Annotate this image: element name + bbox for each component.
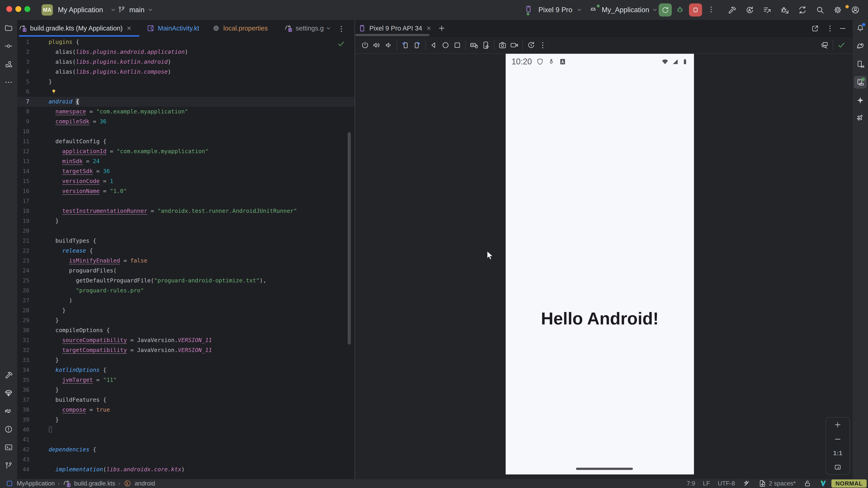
device-selector[interactable]: Pixel 9 Pro bbox=[538, 0, 572, 20]
panel-more-button[interactable] bbox=[826, 24, 834, 33]
nav-back-button[interactable] bbox=[428, 39, 440, 51]
code-line-12[interactable]: 12 applicationId = "com.example.myapplic… bbox=[17, 147, 354, 156]
keyboard-button[interactable] bbox=[468, 39, 480, 51]
vim-mode-badge[interactable]: NORMAL bbox=[831, 480, 867, 488]
tool-stripe-plane[interactable] bbox=[854, 112, 867, 125]
code-line-18[interactable]: 18 testInstrumentationRunner = "androidx… bbox=[17, 206, 354, 216]
code-line-1[interactable]: 1plugins { bbox=[17, 37, 354, 47]
gesture-navigation-bar[interactable] bbox=[576, 468, 633, 470]
breadcrumb-item[interactable]: android bbox=[135, 480, 155, 487]
code-line-17[interactable]: 17 bbox=[17, 196, 354, 206]
code-line-33[interactable]: 33 } bbox=[17, 355, 354, 365]
code-line-29[interactable]: 29 } bbox=[17, 315, 354, 325]
build-hammer-icon[interactable] bbox=[727, 5, 737, 14]
settings-gear-icon[interactable] bbox=[833, 5, 842, 14]
tool-stripe-bell[interactable] bbox=[854, 22, 867, 34]
camera-button[interactable] bbox=[497, 39, 508, 51]
zoom-window-button[interactable] bbox=[24, 6, 30, 12]
code-line-9[interactable]: 9 compileSdk = 36 bbox=[17, 117, 354, 127]
tab-local-properties[interactable]: local.properties bbox=[212, 20, 268, 37]
minimize-window-button[interactable] bbox=[16, 6, 21, 12]
code-line-5[interactable]: 5} bbox=[17, 77, 354, 87]
line-separator-widget[interactable]: LF bbox=[703, 480, 710, 487]
code-line-44[interactable]: 44 implementation(libs.androidx.core.ktx… bbox=[17, 464, 354, 475]
tab-settings-gradle[interactable]: settings.g bbox=[284, 20, 324, 37]
tool-stripe-running-devices[interactable] bbox=[854, 76, 867, 89]
attach-debugger-icon[interactable] bbox=[780, 5, 789, 14]
code-line-6[interactable]: 6 bbox=[17, 87, 354, 97]
stop-button[interactable] bbox=[689, 3, 702, 17]
tool-stripe-git-branch[interactable] bbox=[2, 459, 15, 472]
tool-stripe-terminal[interactable] bbox=[2, 441, 15, 454]
code-line-41[interactable]: 41 bbox=[17, 435, 354, 445]
code-line-24[interactable]: 24 proguardFiles( bbox=[17, 266, 354, 275]
code-line-20[interactable]: 20 bbox=[17, 226, 354, 236]
code-line-36[interactable]: 36 } bbox=[17, 385, 354, 395]
new-tab-button[interactable] bbox=[438, 24, 446, 32]
hide-panel-button[interactable] bbox=[839, 24, 847, 33]
code-line-8[interactable]: 8 namespace = "com.example.myapplication… bbox=[17, 107, 354, 117]
rotate-left-button[interactable] bbox=[399, 39, 411, 51]
power-button[interactable] bbox=[359, 39, 371, 51]
encoding-widget[interactable]: UTF-8 bbox=[718, 480, 735, 487]
code-line-38[interactable]: 38 compose = true bbox=[17, 405, 354, 415]
rerun-button[interactable] bbox=[659, 3, 672, 17]
breadcrumb-item[interactable]: MyApplication bbox=[17, 480, 55, 487]
run-configuration[interactable]: My_Application bbox=[602, 0, 649, 20]
more-v-button[interactable] bbox=[537, 39, 549, 51]
code-line-7[interactable]: 7android { bbox=[17, 97, 354, 107]
tab-build-gradle[interactable]: build.gradle.kts (My Application) bbox=[19, 20, 132, 37]
code-line-30[interactable]: 30 compileOptions { bbox=[17, 325, 354, 335]
tool-stripe-gradle[interactable] bbox=[854, 40, 867, 53]
volume-down-button[interactable] bbox=[383, 39, 395, 51]
code-line-14[interactable]: 14 targetSdk = 36 bbox=[17, 166, 354, 176]
code-line-37[interactable]: 37 buildFeatures { bbox=[17, 395, 354, 405]
code-line-19[interactable]: 19 } bbox=[17, 216, 354, 226]
breadcrumb-item[interactable]: build.gradle.kts bbox=[74, 480, 115, 487]
rotate-right-button[interactable] bbox=[411, 39, 423, 51]
emulator-screen[interactable]: 10:20 Hello Android! bbox=[506, 54, 694, 475]
avatar-icon[interactable] bbox=[851, 5, 860, 14]
tool-stripe-more-h[interactable] bbox=[2, 76, 15, 89]
code-line-3[interactable]: 3 alias(libs.plugins.kotlin.android) bbox=[17, 57, 354, 67]
tabs-dropdown-button[interactable] bbox=[325, 25, 332, 32]
nav-overview-button[interactable] bbox=[452, 39, 463, 51]
breadcrumb[interactable]: MyApplication › build.gradle.kts › andro… bbox=[5, 479, 155, 488]
code-line-27[interactable]: 27 ) bbox=[17, 295, 354, 305]
code-line-16[interactable]: 16 versionName = "1.0" bbox=[17, 186, 354, 196]
record-button[interactable] bbox=[508, 39, 520, 51]
indent-widget[interactable]: 2 spaces* bbox=[758, 480, 796, 488]
vim-plugin-icon[interactable] bbox=[819, 480, 827, 488]
reset-button[interactable] bbox=[525, 39, 537, 51]
zoom-reset-button[interactable]: 1:1 bbox=[833, 450, 842, 457]
tool-stripe-hammer[interactable] bbox=[2, 369, 15, 381]
close-icon[interactable] bbox=[126, 25, 132, 32]
branch-name[interactable]: main bbox=[129, 0, 145, 20]
code-line-42[interactable]: 42dependencies { bbox=[17, 445, 354, 455]
code-line-35[interactable]: 35 jvmTarget = "11" bbox=[17, 375, 354, 385]
run-more-button[interactable] bbox=[707, 5, 715, 13]
tabs-more-button[interactable] bbox=[337, 25, 345, 33]
intention-bulb-icon[interactable] bbox=[50, 88, 57, 95]
code-line-25[interactable]: 25 getDefaultProguardFile("proguard-andr… bbox=[17, 275, 354, 286]
tool-stripe-resource-manager[interactable] bbox=[2, 58, 15, 70]
code-line-28[interactable]: 28 } bbox=[17, 305, 354, 315]
volume-up-button[interactable] bbox=[371, 39, 383, 51]
sync-gradle-icon[interactable] bbox=[798, 5, 807, 14]
apply-changes-icon[interactable] bbox=[745, 5, 754, 14]
code-line-2[interactable]: 2 alias(libs.plugins.android.application… bbox=[17, 47, 354, 57]
code-line-32[interactable]: 32 targetCompatibility = JavaVersion.VER… bbox=[17, 345, 354, 355]
code-line-43[interactable]: 43 bbox=[17, 455, 354, 464]
tab-mainactivity[interactable]: MainActivity.kt bbox=[147, 20, 199, 37]
search-icon[interactable] bbox=[815, 5, 825, 14]
code-line-21[interactable]: 21 buildTypes { bbox=[17, 236, 354, 246]
open-in-new-window-button[interactable] bbox=[811, 24, 819, 33]
code-line-40[interactable]: 40} bbox=[17, 425, 354, 435]
inspections-ok-icon[interactable] bbox=[337, 40, 345, 48]
code-line-39[interactable]: 39 } bbox=[17, 415, 354, 425]
code-line-23[interactable]: 23 isMinifyEnabled = false bbox=[17, 256, 354, 266]
tool-stripe-problems[interactable] bbox=[2, 423, 15, 435]
snapshot-inspect-button[interactable] bbox=[819, 39, 831, 51]
horizontal-scrollbar[interactable] bbox=[355, 34, 430, 36]
code-line-15[interactable]: 15 versionCode = 1 bbox=[17, 176, 354, 186]
